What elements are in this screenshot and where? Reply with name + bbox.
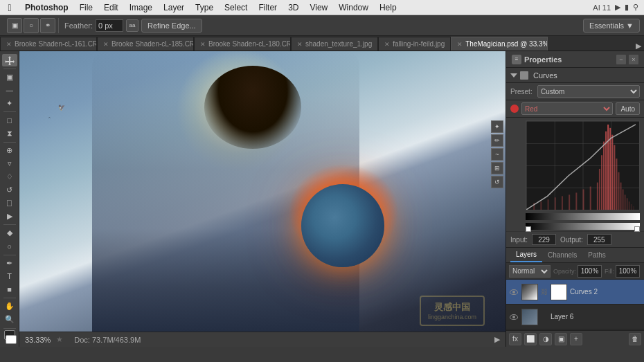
dodge-tool[interactable]: ○ bbox=[2, 240, 17, 253]
tab-layers[interactable]: Layers bbox=[510, 248, 542, 262]
channel-select[interactable]: Red RGB Blue Green bbox=[521, 102, 613, 115]
layer-item-curves2[interactable]: ⛓ Curves 2 bbox=[506, 280, 644, 305]
pen-tool[interactable]: ✒ bbox=[2, 257, 17, 269]
blur-tool[interactable]: ◆ bbox=[2, 227, 17, 239]
tab-5[interactable]: ✕ TheMagician.psd @ 33.3% (Curves 2, Lay… bbox=[451, 37, 548, 51]
tab-5-label: TheMagician.psd @ 33.3% (Curves 2, Layer… bbox=[465, 40, 548, 48]
marquee-tool[interactable]: ▣ bbox=[2, 71, 17, 84]
output-label: Output: bbox=[560, 236, 583, 244]
navigate-arrow[interactable]: ▶ bbox=[494, 335, 500, 344]
tab-paths[interactable]: Paths bbox=[582, 248, 611, 262]
layer-mask-curves2 bbox=[551, 284, 567, 300]
curves-collapse-triangle[interactable] bbox=[510, 73, 517, 78]
rectangle-select-tool[interactable]: ▣ bbox=[7, 18, 22, 33]
output-value-field[interactable] bbox=[587, 234, 611, 245]
layer-name-curves2: Curves 2 bbox=[570, 288, 641, 296]
crop-tool[interactable]: □ bbox=[2, 114, 17, 127]
curve-adjust-tool[interactable]: ⊞ bbox=[491, 162, 503, 174]
wifi-icon: ▶ bbox=[615, 3, 620, 12]
brush-tool[interactable]: ▿ bbox=[2, 158, 17, 170]
ellipse-select-tool[interactable]: ○ bbox=[24, 18, 39, 33]
wand-tool[interactable]: ✦ bbox=[2, 97, 17, 109]
lasso-tool[interactable]: ⸻ bbox=[2, 84, 17, 97]
tab-3[interactable]: ✕ shaden_texture_1.jpg bbox=[291, 37, 378, 51]
menu-file[interactable]: File bbox=[74, 0, 98, 15]
curve-smooth-tool[interactable]: ~ bbox=[491, 148, 503, 161]
layer-item-6[interactable]: Layer 6 bbox=[506, 305, 644, 329]
curve-reset-tool[interactable]: ↺ bbox=[491, 176, 503, 188]
layer-group-button[interactable]: ▣ bbox=[555, 333, 567, 345]
layer-visibility-curves2[interactable] bbox=[509, 287, 519, 297]
text-tool[interactable]: T bbox=[2, 270, 17, 282]
input-label: Input: bbox=[510, 236, 528, 244]
opacity-input[interactable] bbox=[578, 265, 602, 278]
tab-2[interactable]: ✕ Brooke Shaden-cL-180.CR2 bbox=[194, 37, 291, 51]
gradient-tool[interactable]: ▶ bbox=[2, 210, 17, 222]
right-panel: ≡ Properties − × Curves Preset: Custom D… bbox=[506, 51, 644, 347]
menu-3d[interactable]: 3D bbox=[283, 0, 304, 15]
menu-view[interactable]: View bbox=[304, 0, 333, 15]
search-icon[interactable]: ⚲ bbox=[633, 3, 638, 12]
globe-object bbox=[301, 184, 384, 267]
layer-delete-button[interactable]: 🗑 bbox=[629, 333, 641, 345]
tab-5-close[interactable]: ✕ bbox=[457, 41, 463, 48]
tab-scroll-arrows[interactable]: ▶ bbox=[633, 42, 644, 51]
eyedropper-tool[interactable]: ⧗ bbox=[2, 127, 17, 140]
lasso-tool[interactable]: ⚭ bbox=[40, 18, 55, 33]
hand-tool[interactable]: ✋ bbox=[2, 300, 17, 313]
antialiasing-toggle[interactable]: aa bbox=[126, 19, 138, 32]
move-tool[interactable] bbox=[2, 54, 17, 66]
layer-visibility-6[interactable] bbox=[509, 312, 519, 322]
tab-4[interactable]: ✕ falling-in-feild.jpg bbox=[378, 37, 451, 51]
menu-photoshop[interactable]: Photoshop bbox=[19, 0, 74, 15]
layer-adjust-button[interactable]: ◑ bbox=[539, 333, 552, 345]
layer-mask-button[interactable]: ⬜ bbox=[524, 333, 537, 345]
menu-image[interactable]: Image bbox=[124, 0, 158, 15]
canvas-area[interactable]: 🦅 ^ 灵感中国 lingganchina.com 33.33% ★ Doc: … bbox=[19, 51, 506, 347]
menu-window[interactable]: Window bbox=[333, 0, 374, 15]
history-brush-tool[interactable]: ↺ bbox=[2, 183, 17, 196]
menu-edit[interactable]: Edit bbox=[98, 0, 124, 15]
layer-new-button[interactable]: + bbox=[570, 333, 582, 345]
opacity-label: Opacity: bbox=[553, 268, 576, 275]
essentials-button[interactable]: Essentials ▼ bbox=[583, 19, 640, 33]
refine-edge-button[interactable]: Refine Edge... bbox=[141, 19, 202, 33]
menu-layer[interactable]: Layer bbox=[158, 0, 190, 15]
curve-draw-tool[interactable]: ✏ bbox=[491, 134, 503, 147]
healing-brush-tool[interactable]: ⊕ bbox=[2, 145, 17, 157]
zoom-tool[interactable]: 🔍 bbox=[2, 314, 17, 326]
tab-4-close[interactable]: ✕ bbox=[384, 41, 390, 48]
apple-menu[interactable]:  bbox=[0, 2, 19, 13]
tab-1-close[interactable]: ✕ bbox=[103, 41, 109, 48]
black-point-slider[interactable] bbox=[526, 226, 531, 232]
panel-minimize-button[interactable]: − bbox=[616, 55, 626, 64]
tab-channels[interactable]: Channels bbox=[542, 248, 582, 262]
auto-button[interactable]: Auto bbox=[616, 102, 640, 115]
tab-2-close[interactable]: ✕ bbox=[200, 41, 206, 48]
channel-color-dot bbox=[510, 105, 519, 113]
menu-help[interactable]: Help bbox=[374, 0, 402, 15]
feather-input[interactable] bbox=[96, 19, 123, 32]
tab-0-close[interactable]: ✕ bbox=[6, 41, 12, 48]
blend-mode-select[interactable]: Normal Multiply Screen Overlay bbox=[509, 265, 551, 278]
tab-3-close[interactable]: ✕ bbox=[297, 41, 303, 48]
input-value-field[interactable] bbox=[532, 234, 556, 245]
shape-tool[interactable]: ■ bbox=[2, 283, 17, 296]
tab-1[interactable]: ✕ Brooke Shaden-cL-185.CR2 bbox=[97, 37, 194, 51]
preset-select[interactable]: Custom Default Linear Contrast Medium Co… bbox=[537, 85, 640, 98]
fill-input[interactable] bbox=[616, 265, 640, 278]
panel-close-button[interactable]: × bbox=[629, 55, 638, 64]
menu-type[interactable]: Type bbox=[190, 0, 219, 15]
tab-0[interactable]: ✕ Brooke Shaden-cL-161.CR2 bbox=[0, 37, 97, 51]
tab-2-label: Brooke Shaden-cL-180.CR2 bbox=[208, 40, 291, 48]
curves-graph[interactable] bbox=[526, 120, 640, 210]
white-point-slider[interactable] bbox=[634, 226, 640, 232]
menu-select[interactable]: Select bbox=[219, 0, 253, 15]
clone-stamp-tool[interactable]: ♢ bbox=[2, 170, 17, 183]
menu-filter[interactable]: Filter bbox=[253, 0, 283, 15]
background-color[interactable] bbox=[6, 335, 17, 344]
layer-fx-button[interactable]: fx bbox=[509, 333, 521, 345]
eraser-tool[interactable]: ⎕ bbox=[2, 197, 17, 209]
curve-point-tool[interactable]: ✦ bbox=[491, 120, 503, 133]
menu-right-icons: AI 11 ▶ ▮ ⚲ bbox=[593, 3, 644, 12]
